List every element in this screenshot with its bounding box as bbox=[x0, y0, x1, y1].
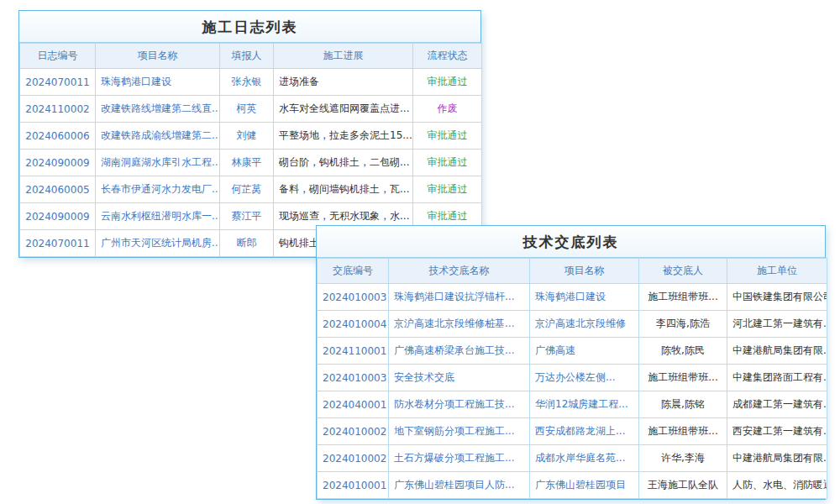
reporter-cell: 何芷莴 bbox=[220, 176, 274, 203]
disclosure-name-cell[interactable]: 广东佛山碧桂园项目人防... bbox=[389, 472, 530, 499]
construction-unit-cell: 成都建工第一建筑有... bbox=[727, 391, 827, 418]
construction-unit-cell: 西安建工第一建筑有... bbox=[727, 418, 827, 445]
tech-disclosure-panel: 技术交底列表 交底编号技术交底名称项目名称被交底人施工单位 2024010003… bbox=[316, 225, 826, 500]
project-name-cell[interactable]: 西安成都路龙湖上... bbox=[530, 418, 639, 445]
log-id-cell[interactable]: 2024060005 bbox=[20, 176, 96, 203]
column-header: 被交底人 bbox=[639, 259, 727, 284]
progress-cell: 水车对全线遮阳网覆盖点进... bbox=[274, 96, 413, 123]
column-header: 技术交底名称 bbox=[389, 259, 530, 284]
disclosure-id-cell[interactable]: 2024110001 bbox=[318, 338, 389, 365]
construction-unit-cell: 人防、水电、消防暖通 bbox=[727, 472, 827, 499]
status-cell: 审批通过 bbox=[413, 150, 482, 176]
column-header: 填报人 bbox=[220, 44, 274, 69]
reporter-cell: 蔡江平 bbox=[220, 203, 274, 230]
project-name-cell[interactable]: 广州市天河区统计局机房... bbox=[96, 230, 220, 257]
table-row[interactable]: 2024090009湖南洞庭湖水库引水工程...林康平砌台阶，钩机排土，二包砌.… bbox=[20, 150, 482, 176]
construction-unit-cell: 河北建工第一建筑有... bbox=[727, 311, 827, 338]
project-name-cell[interactable]: 华润12城房建工程... bbox=[530, 391, 639, 418]
log-id-cell[interactable]: 2024070011 bbox=[20, 69, 96, 96]
table-row[interactable]: 2024070011珠海鹤港口建设张永银进场准备审批通过 bbox=[20, 69, 482, 96]
table-row[interactable]: 2024010002土石方爆破分项工程施工...成都水岸华庭名苑...许华,李海… bbox=[318, 445, 827, 472]
table-row[interactable]: 2024010003珠海鹤港口建设抗浮锚杆...珠海鹤港口建设施工班组带班...… bbox=[318, 284, 827, 311]
construction-log-header-row: 日志编号项目名称填报人施工进展流程状态 bbox=[20, 44, 482, 69]
construction-unit-cell: 中国铁建集团有限公司 bbox=[727, 284, 827, 311]
construction-unit-cell: 中建港航局集团有限... bbox=[727, 445, 827, 472]
project-name-cell[interactable]: 长春市伊通河水力发电厂... bbox=[96, 176, 220, 203]
project-name-cell[interactable]: 京沪高速北京段维修 bbox=[530, 311, 639, 338]
progress-cell: 平整场地，拉走多余泥土15... bbox=[274, 123, 413, 150]
project-name-cell[interactable]: 改建铁路线增建第二线直... bbox=[96, 96, 220, 123]
disclosure-id-cell[interactable]: 2024010004 bbox=[318, 311, 389, 338]
disclosure-name-cell[interactable]: 珠海鹤港口建设抗浮锚杆... bbox=[389, 284, 530, 311]
table-row[interactable]: 2024040001防水卷材分项工程施工技...华润12城房建工程...陈晨,陈… bbox=[318, 391, 827, 418]
project-name-cell[interactable]: 广佛高速 bbox=[530, 338, 639, 365]
disclosure-name-cell[interactable]: 防水卷材分项工程施工技... bbox=[389, 391, 530, 418]
log-id-cell[interactable]: 2024070011 bbox=[20, 230, 96, 257]
construction-unit-cell: 中建集团路面工程有... bbox=[727, 365, 827, 391]
table-row[interactable]: 2024060006改建铁路成渝线增建第二...刘健平整场地，拉走多余泥土15.… bbox=[20, 123, 482, 150]
receiver-cell: 陈牧,陈民 bbox=[639, 338, 727, 365]
reporter-cell: 林康平 bbox=[220, 150, 274, 176]
table-row[interactable]: 2024010003安全技术交底万达办公楼左侧...施工班组带班...中建集团路… bbox=[318, 365, 827, 391]
disclosure-id-cell[interactable]: 2024010001 bbox=[318, 472, 389, 499]
table-row[interactable]: 2024110001广佛高速桥梁承台施工技...广佛高速陈牧,陈民中建港航局集团… bbox=[318, 338, 827, 365]
column-header: 流程状态 bbox=[413, 44, 482, 69]
reporter-cell: 断郎 bbox=[220, 230, 274, 257]
receiver-cell: 施工班组带班... bbox=[639, 365, 727, 391]
project-name-cell[interactable]: 万达办公楼左侧... bbox=[530, 365, 639, 391]
disclosure-id-cell[interactable]: 2024040001 bbox=[318, 391, 389, 418]
disclosure-name-cell[interactable]: 京沪高速北京段维修桩基... bbox=[389, 311, 530, 338]
reporter-cell: 柯英 bbox=[220, 96, 274, 123]
table-row[interactable]: 2024010001广东佛山碧桂园项目人防...广东佛山碧桂园项目王海施工队全队… bbox=[318, 472, 827, 499]
disclosure-id-cell[interactable]: 2024010002 bbox=[318, 418, 389, 445]
tech-disclosure-title: 技术交底列表 bbox=[317, 226, 825, 258]
log-id-cell[interactable]: 2024060006 bbox=[20, 123, 96, 150]
project-name-cell[interactable]: 珠海鹤港口建设 bbox=[530, 284, 639, 311]
tech-disclosure-table: 交底编号技术交底名称项目名称被交底人施工单位 2024010003珠海鹤港口建设… bbox=[317, 258, 827, 499]
disclosure-name-cell[interactable]: 安全技术交底 bbox=[389, 365, 530, 391]
disclosure-id-cell[interactable]: 2024010003 bbox=[318, 365, 389, 391]
column-header: 施工单位 bbox=[727, 259, 827, 284]
disclosure-name-cell[interactable]: 广佛高速桥梁承台施工技... bbox=[389, 338, 530, 365]
status-cell: 审批通过 bbox=[413, 69, 482, 96]
log-id-cell[interactable]: 2024090009 bbox=[20, 150, 96, 176]
column-header: 交底编号 bbox=[318, 259, 389, 284]
status-cell: 作废 bbox=[413, 96, 482, 123]
table-row[interactable]: 2024060005长春市伊通河水力发电厂...何芷莴备料，砌间墙钩机排土，瓦.… bbox=[20, 176, 482, 203]
table-row[interactable]: 2024010004京沪高速北京段维修桩基...京沪高速北京段维修李四海,陈浩河… bbox=[318, 311, 827, 338]
project-name-cell[interactable]: 湖南洞庭湖水库引水工程... bbox=[96, 150, 220, 176]
disclosure-name-cell[interactable]: 地下室钢筋分项工程施工... bbox=[389, 418, 530, 445]
project-name-cell[interactable]: 云南水利枢纽潜明水库一... bbox=[96, 203, 220, 230]
receiver-cell: 陈晨,陈铭 bbox=[639, 391, 727, 418]
progress-cell: 砌台阶，钩机排土，二包砌... bbox=[274, 150, 413, 176]
log-id-cell[interactable]: 2024090009 bbox=[20, 203, 96, 230]
receiver-cell: 王海施工队全队 bbox=[639, 472, 727, 499]
project-name-cell[interactable]: 成都水岸华庭名苑... bbox=[530, 445, 639, 472]
reporter-cell: 刘健 bbox=[220, 123, 274, 150]
receiver-cell: 许华,李海 bbox=[639, 445, 727, 472]
progress-cell: 进场准备 bbox=[274, 69, 413, 96]
disclosure-name-cell[interactable]: 土石方爆破分项工程施工... bbox=[389, 445, 530, 472]
status-cell: 审批通过 bbox=[413, 123, 482, 150]
construction-log-title: 施工日志列表 bbox=[19, 11, 480, 43]
construction-log-panel: 施工日志列表 日志编号项目名称填报人施工进展流程状态 2024070011珠海鹤… bbox=[18, 10, 481, 258]
reporter-cell: 张永银 bbox=[220, 69, 274, 96]
column-header: 施工进展 bbox=[274, 44, 413, 69]
disclosure-id-cell[interactable]: 2024010003 bbox=[318, 284, 389, 311]
status-cell: 审批通过 bbox=[413, 176, 482, 203]
receiver-cell: 施工班组带班... bbox=[639, 418, 727, 445]
table-row[interactable]: 2024010002地下室钢筋分项工程施工...西安成都路龙湖上...施工班组带… bbox=[318, 418, 827, 445]
receiver-cell: 李四海,陈浩 bbox=[639, 311, 727, 338]
progress-cell: 备料，砌间墙钩机排土，瓦... bbox=[274, 176, 413, 203]
column-header: 项目名称 bbox=[530, 259, 639, 284]
construction-unit-cell: 中建港航局集团有限... bbox=[727, 338, 827, 365]
log-id-cell[interactable]: 2024110002 bbox=[20, 96, 96, 123]
column-header: 项目名称 bbox=[96, 44, 220, 69]
tech-disclosure-header-row: 交底编号技术交底名称项目名称被交底人施工单位 bbox=[318, 259, 827, 284]
disclosure-id-cell[interactable]: 2024010002 bbox=[318, 445, 389, 472]
project-name-cell[interactable]: 改建铁路成渝线增建第二... bbox=[96, 123, 220, 150]
project-name-cell[interactable]: 广东佛山碧桂园项目 bbox=[530, 472, 639, 499]
project-name-cell[interactable]: 珠海鹤港口建设 bbox=[96, 69, 220, 96]
receiver-cell: 施工班组带班... bbox=[639, 284, 727, 311]
table-row[interactable]: 2024110002改建铁路线增建第二线直...柯英水车对全线遮阳网覆盖点进..… bbox=[20, 96, 482, 123]
